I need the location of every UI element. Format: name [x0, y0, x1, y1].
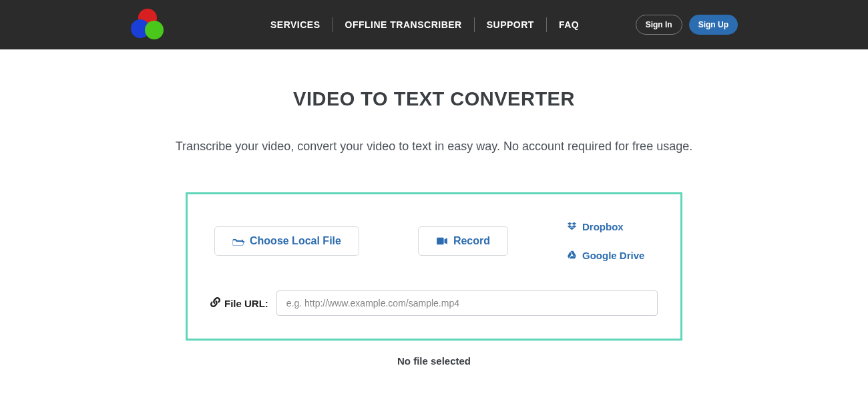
file-url-label: File URL:: [224, 298, 268, 309]
record-label: Record: [453, 235, 490, 247]
main-content: VIDEO TO TEXT CONVERTER Transcribe your …: [0, 49, 868, 367]
nav-services[interactable]: SERVICES: [258, 18, 333, 31]
file-url-input[interactable]: [276, 290, 658, 316]
file-url-row: File URL:: [201, 290, 667, 316]
video-camera-icon: [436, 236, 448, 246]
nav-offline-transcriber[interactable]: OFFLINE TRANSCRIBER: [333, 18, 474, 31]
folder-open-icon: [232, 236, 244, 246]
google-drive-label: Google Drive: [582, 250, 644, 261]
page-subtitle: Transcribe your video, convert your vide…: [0, 140, 868, 154]
cloud-links: Dropbox Google Drive: [567, 221, 654, 261]
no-file-status: No file selected: [0, 355, 868, 367]
record-button[interactable]: Record: [418, 226, 508, 256]
auth-buttons: Sign In Sign Up: [636, 15, 738, 35]
upload-actions-row: Choose Local File Record Dropbox: [201, 221, 667, 261]
dropbox-link[interactable]: Dropbox: [567, 221, 624, 232]
link-icon: [210, 297, 220, 309]
google-drive-icon: [567, 250, 577, 261]
nav-faq[interactable]: FAQ: [547, 18, 591, 31]
page-title: VIDEO TO TEXT CONVERTER: [0, 88, 868, 110]
choose-local-file-button[interactable]: Choose Local File: [214, 226, 359, 256]
file-url-label-wrap: File URL:: [210, 297, 268, 309]
signup-button[interactable]: Sign Up: [689, 15, 738, 35]
upload-panel: Choose Local File Record Dropbox: [186, 192, 682, 341]
top-navbar: SERVICES OFFLINE TRANSCRIBER SUPPORT FAQ…: [0, 0, 868, 49]
site-logo[interactable]: [130, 7, 165, 42]
nav-support[interactable]: SUPPORT: [475, 18, 546, 31]
google-drive-link[interactable]: Google Drive: [567, 250, 644, 261]
dropbox-label: Dropbox: [582, 221, 624, 232]
svg-point-2: [145, 21, 164, 39]
signin-button[interactable]: Sign In: [636, 15, 682, 35]
choose-local-file-label: Choose Local File: [250, 235, 341, 247]
dropbox-icon: [567, 221, 577, 232]
nav-links: SERVICES OFFLINE TRANSCRIBER SUPPORT FAQ: [258, 17, 591, 32]
